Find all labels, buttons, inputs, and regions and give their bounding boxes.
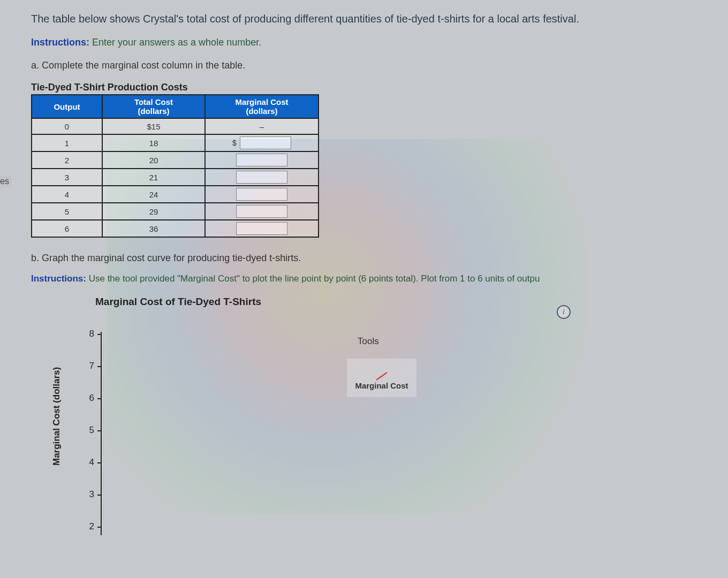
instructions2-label: Instructions: [31,273,86,284]
instructions2-text: Use the tool provided "Marginal Cost" to… [86,273,540,284]
th-output: Output [32,95,102,118]
marginal-cost-input[interactable] [236,205,287,218]
y-tick [97,334,101,335]
cell-marginal-cost [205,169,318,186]
y-tick [97,430,101,431]
table-title: Tie-Dyed T-Shirt Production Costs [31,82,728,93]
cell-marginal-cost: – [205,118,318,134]
cell-total-cost: $15 [102,118,205,134]
th-total-cost: Total Cost (dollars) [102,95,205,118]
table-row: 118$ [32,134,318,151]
y-tick-label: 5 [89,425,94,436]
cell-output: 5 [32,203,102,220]
instructions-label: Instructions: [31,37,89,48]
y-tick [97,462,101,463]
tool-marginal-cost[interactable]: Marginal Cost [347,359,416,397]
part-a-text: a. Complete the marginal cost column in … [31,60,728,71]
part-b-text: b. Graph the marginal cost curve for pro… [31,253,728,264]
y-tick [97,495,101,496]
line-tool-icon [371,361,392,382]
table-row: 0$15– [32,118,318,134]
tools-label: Tools [358,336,379,347]
marginal-cost-input[interactable] [236,222,287,235]
tool-name: Marginal Cost [347,381,416,390]
y-tick [97,398,101,399]
y-tick-label: 8 [89,329,94,339]
table-row: 636 [32,220,318,237]
cell-marginal-cost [205,220,318,237]
table-row: 529 [32,203,318,220]
cell-total-cost: 36 [102,220,205,237]
cell-total-cost: 21 [102,169,205,186]
dollar-sign: $ [232,139,237,147]
instructions-text: Enter your answers as a whole number. [89,37,261,48]
marginal-cost-input[interactable] [236,154,287,166]
marginal-cost-input[interactable] [240,136,291,149]
chart-area[interactable]: Marginal Cost (dollars) 8765432 Tools Ma… [58,326,540,557]
y-tick [97,366,101,367]
problem-intro: The table below shows Crystal's total co… [31,13,728,25]
marginal-cost-input[interactable] [236,171,287,184]
y-tick-label: 6 [89,393,94,404]
cell-total-cost: 29 [102,203,205,220]
y-tick-label: 2 [89,521,94,532]
th-marginal-cost: Marginal Cost (dollars) [205,95,318,118]
y-axis-label: Marginal Cost (dollars) [51,367,62,466]
cell-output: 1 [32,134,102,151]
cell-total-cost: 24 [102,186,205,203]
y-tick-label: 4 [89,457,94,468]
cell-total-cost: 20 [102,151,205,169]
left-cutoff-text: es [0,176,11,187]
cell-marginal-cost [205,151,318,169]
cost-table: Output Total Cost (dollars) Marginal Cos… [31,94,319,238]
chart-title: Marginal Cost of Tie-Dyed T-Shirts [95,296,728,308]
cell-output: 6 [32,220,102,237]
info-icon[interactable]: i [557,305,571,319]
y-tick-label: 7 [89,361,94,371]
table-row: 321 [32,169,318,186]
cell-output: 4 [32,186,102,203]
y-axis-line [101,332,102,535]
cell-marginal-cost [205,203,318,220]
y-tick [97,527,101,528]
instructions-line-2: Instructions: Use the tool provided "Mar… [31,273,728,284]
cell-total-cost: 18 [102,134,205,151]
instructions-line-1: Instructions: Enter your answers as a wh… [31,37,728,48]
cell-output: 2 [32,151,102,169]
cell-output: 3 [32,169,102,186]
marginal-cost-input[interactable] [236,188,287,201]
y-tick-label: 3 [89,489,94,500]
cell-marginal-cost: $ [205,134,318,151]
cell-output: 0 [32,118,102,134]
cell-marginal-cost [205,186,318,203]
table-row: 220 [32,151,318,169]
chart-axes: 8765432 [101,332,325,535]
table-row: 424 [32,186,318,203]
